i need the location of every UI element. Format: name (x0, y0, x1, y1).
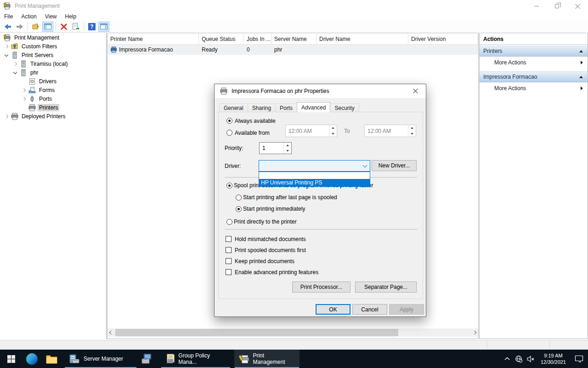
menu-file[interactable]: File (0, 12, 17, 21)
volume-button[interactable] (525, 350, 537, 368)
ok-button[interactable]: OK (316, 304, 351, 315)
time-to-spinner[interactable] (408, 125, 416, 137)
keep-printed-checkbox[interactable] (226, 258, 232, 264)
chevron-right-icon[interactable] (3, 43, 10, 50)
horizontal-scrollbar[interactable] (107, 328, 478, 337)
tree-item-print-management[interactable]: Print Management (0, 33, 106, 42)
driver-combobox[interactable] (259, 160, 370, 172)
printers-more-actions[interactable]: More Actions (480, 57, 588, 69)
chevron-right-icon[interactable] (3, 113, 10, 120)
tree-item-deployed-printers[interactable]: Deployed Printers (0, 112, 106, 121)
tree-item-printers[interactable]: Printers (0, 103, 106, 112)
column-header-jobs-in[interactable]: Jobs In ... (244, 34, 271, 44)
hold-mismatched-checkbox[interactable] (226, 236, 232, 242)
tree-item-drivers[interactable]: Drivers (0, 77, 106, 86)
chevron-right-icon[interactable] (20, 95, 28, 103)
scroll-right-arrow-icon[interactable] (471, 328, 478, 337)
up-one-level-button[interactable] (30, 22, 41, 32)
column-header-queue-status[interactable]: Queue Status (199, 34, 244, 44)
collapse-icon[interactable] (579, 76, 583, 78)
combo-dropdown-arrow-icon[interactable] (360, 165, 370, 167)
print-directly-radio[interactable] (226, 219, 232, 225)
window-titlebar[interactable]: Print Management (0, 0, 588, 12)
spin-down-icon[interactable] (408, 131, 416, 137)
chevron-down-icon[interactable] (3, 52, 10, 59)
action-center-button[interactable] (570, 350, 588, 368)
tab-general[interactable]: General (219, 104, 248, 112)
start-after-last-page-radio[interactable] (236, 195, 242, 201)
chevron-right-icon[interactable] (11, 60, 19, 68)
menu-help[interactable]: Help (61, 12, 81, 21)
scrollbar-thumb[interactable] (115, 329, 398, 336)
printer-row[interactable]: Impressora Formacao Ready 0 phr (107, 45, 478, 55)
delete-button[interactable] (58, 22, 69, 32)
taskbar-clock[interactable]: 9:19 AM 12/30/2021 (537, 352, 570, 365)
minimize-button[interactable] (526, 0, 547, 12)
column-header-driver-name[interactable]: Driver Name (317, 34, 408, 44)
console-tree-toggle-button[interactable] (42, 22, 53, 32)
column-header-server-name[interactable]: Server Name (271, 34, 317, 44)
spin-up-icon[interactable] (284, 143, 291, 148)
back-button[interactable] (2, 22, 13, 32)
spool-documents-radio[interactable] (226, 183, 232, 189)
tree-item-custom-filters[interactable]: Custom Filters (0, 42, 106, 51)
tree-item-print-servers[interactable]: Print Servers (0, 51, 106, 59)
tree-item-phr[interactable]: phr (0, 68, 106, 77)
dropdown-item-hp-universal[interactable]: HP Universal Printing PS (259, 179, 370, 186)
spin-down-icon[interactable] (284, 148, 291, 154)
priority-spinner[interactable] (283, 143, 291, 154)
chevron-right-icon[interactable] (20, 86, 28, 94)
available-to-time-input[interactable]: 12:00 AM (364, 125, 416, 137)
tab-sharing[interactable]: Sharing (248, 104, 276, 112)
network-status-button[interactable] (513, 350, 525, 368)
collapse-icon[interactable] (579, 50, 583, 52)
print-spooled-first-checkbox[interactable] (226, 247, 232, 253)
tree-item-ports[interactable]: Ports (0, 94, 106, 103)
always-available-radio[interactable] (226, 118, 232, 124)
tab-advanced[interactable]: Advanced (297, 102, 330, 112)
edge-taskbar-button[interactable] (22, 350, 41, 368)
spin-up-icon[interactable] (329, 125, 337, 131)
chevron-down-icon[interactable] (11, 69, 19, 76)
impressora-more-actions[interactable]: More Actions (480, 82, 588, 94)
separator-page-button[interactable]: Separator Page... (355, 282, 417, 293)
close-button[interactable] (567, 0, 588, 12)
forward-button[interactable] (14, 22, 25, 32)
scroll-left-arrow-icon[interactable] (107, 328, 115, 337)
actions-section-impressora[interactable]: Impressora Formacao (480, 71, 588, 82)
dialog-titlebar[interactable]: Impressora Formacao on phr Properties (215, 84, 426, 98)
start-immediately-radio[interactable] (236, 206, 242, 212)
available-from-radio[interactable] (226, 130, 232, 136)
action-pane-toggle-button[interactable] (98, 22, 109, 32)
column-header-driver-version[interactable]: Driver Version (408, 34, 478, 44)
priority-input[interactable]: 1 (259, 142, 292, 154)
group-policy-taskbar-button[interactable]: Group Policy Mana... (161, 350, 231, 368)
column-header-printer-name[interactable]: Printer Name (107, 34, 199, 44)
enable-advanced-checkbox[interactable] (226, 269, 232, 275)
tray-expand-button[interactable] (501, 350, 513, 368)
mmc-taskbar-button[interactable] (137, 350, 157, 368)
apply-button[interactable]: Apply (389, 304, 424, 315)
tab-security[interactable]: Security (330, 104, 359, 112)
time-from-spinner[interactable] (329, 125, 337, 137)
dropdown-item-blank[interactable] (259, 172, 370, 179)
help-button[interactable]: ? (86, 22, 97, 32)
server-manager-taskbar-button[interactable]: Server Manager (64, 350, 137, 368)
new-driver-button[interactable]: New Driver... (372, 160, 417, 171)
tree-item-tiramisu[interactable]: Tiramisu (local) (0, 59, 106, 68)
spin-up-icon[interactable] (408, 125, 416, 131)
menu-action[interactable]: Action (17, 12, 40, 21)
cancel-button[interactable]: Cancel (352, 304, 387, 315)
available-from-time-input[interactable]: 12:00 AM (285, 125, 337, 137)
tab-ports[interactable]: Ports (275, 104, 297, 112)
actions-section-printers[interactable]: Printers (480, 46, 588, 57)
spin-down-icon[interactable] (329, 131, 337, 137)
tree-item-forms[interactable]: Forms (0, 86, 106, 94)
restore-button[interactable] (547, 0, 567, 12)
file-explorer-taskbar-button[interactable] (41, 350, 62, 368)
dialog-close-button[interactable] (405, 84, 426, 98)
start-button[interactable] (0, 350, 22, 368)
menu-view[interactable]: View (41, 12, 61, 21)
print-processor-button[interactable]: Print Processor... (292, 282, 351, 293)
export-list-button[interactable] (70, 22, 81, 32)
